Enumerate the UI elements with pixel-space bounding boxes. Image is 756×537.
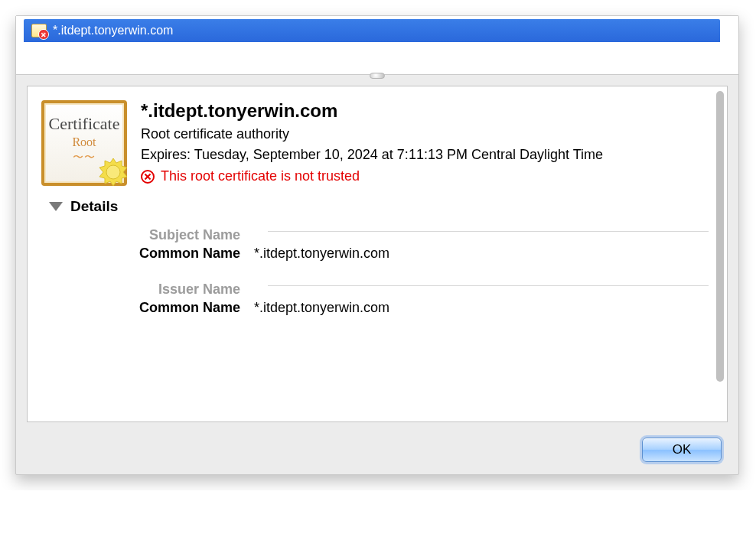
- certificate-authority-label: Root certificate authority: [141, 126, 696, 142]
- certificate-tab-title: *.itdept.tonyerwin.com: [53, 24, 173, 37]
- resize-grip-icon[interactable]: [370, 73, 385, 79]
- issuer-name-section: Issuer Name Common Name *.itdept.tonyerw…: [49, 282, 709, 316]
- issuer-name-header: Issuer Name: [49, 282, 254, 298]
- section-divider: [268, 231, 709, 232]
- details-disclosure-toggle[interactable]: Details: [49, 198, 709, 215]
- certificate-header-text: *.itdept.tonyerwin.com Root certificate …: [141, 100, 709, 184]
- certificate-icon-word2: Root: [44, 135, 124, 149]
- subject-common-name-value: *.itdept.tonyerwin.com: [254, 246, 709, 262]
- details-grid: Subject Name Common Name *.itdept.tonyer…: [49, 215, 709, 316]
- certificate-seal-icon: [98, 157, 129, 187]
- ok-button[interactable]: OK: [642, 438, 722, 462]
- certificate-error-icon: ✕: [31, 24, 47, 37]
- certificate-tab-bar: ✕ *.itdept.tonyerwin.com: [24, 16, 731, 44]
- certificate-trust-message: This root certificate is not trusted: [161, 168, 360, 184]
- tab-bar-spacer: [725, 19, 731, 44]
- certificate-expiry: Expires: Tuesday, September 10, 2024 at …: [141, 145, 696, 164]
- subject-name-section: Subject Name Common Name *.itdept.tonyer…: [49, 227, 709, 262]
- section-divider: [268, 285, 709, 286]
- certificate-tab[interactable]: ✕ *.itdept.tonyerwin.com: [24, 19, 720, 42]
- chevron-down-icon: [49, 202, 63, 211]
- subject-common-name-label: Common Name: [49, 246, 254, 262]
- certificate-header: Certificate Root 〜〜 *.itdept.tonyerwin.c…: [28, 86, 727, 190]
- issuer-common-name-value: *.itdept.tonyerwin.com: [254, 300, 709, 316]
- subject-common-name-row: Common Name *.itdept.tonyerwin.com: [49, 246, 709, 262]
- certificate-title: *.itdept.tonyerwin.com: [141, 100, 696, 122]
- dialog-button-row: OK: [16, 422, 738, 462]
- certificate-details-section: Details Subject Name Common Name *.itdep…: [28, 190, 727, 316]
- error-circle-icon: [141, 170, 155, 184]
- issuer-common-name-row: Common Name *.itdept.tonyerwin.com: [49, 300, 709, 316]
- certificate-dialog: ✕ *.itdept.tonyerwin.com Certificate Roo…: [15, 15, 739, 475]
- dialog-top-region: ✕ *.itdept.tonyerwin.com: [16, 16, 738, 75]
- details-heading: Details: [70, 198, 118, 215]
- certificate-trust-status: This root certificate is not trusted: [141, 168, 696, 184]
- svg-point-1: [106, 165, 120, 179]
- scrollbar-thumb[interactable]: [716, 91, 724, 382]
- tab-content-strip: [24, 44, 731, 74]
- certificate-content-panel: Certificate Root 〜〜 *.itdept.tonyerwin.c…: [27, 86, 728, 422]
- certificate-root-icon: Certificate Root 〜〜: [41, 100, 127, 186]
- issuer-common-name-label: Common Name: [49, 300, 254, 316]
- certificate-icon-word1: Certificate: [44, 114, 124, 134]
- subject-name-header: Subject Name: [49, 227, 254, 243]
